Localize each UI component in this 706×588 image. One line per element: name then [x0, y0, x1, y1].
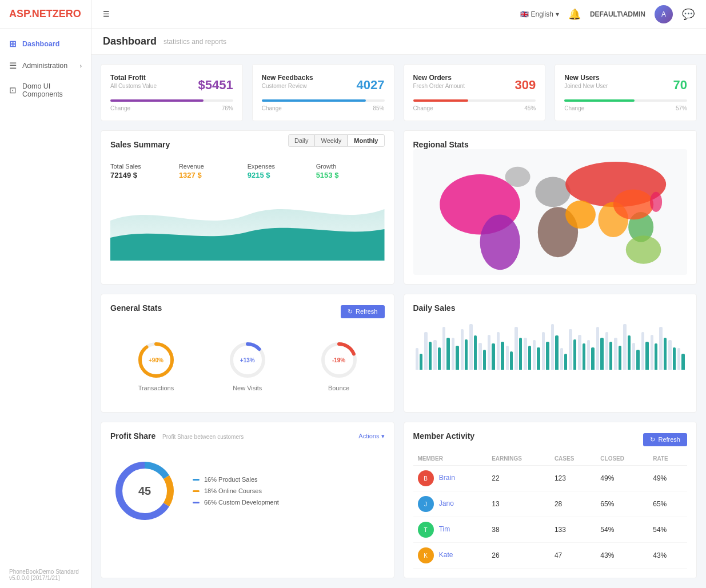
bar — [510, 351, 513, 370]
refresh-button[interactable]: ↻ Refresh — [341, 305, 385, 318]
change-pct: 76% — [222, 105, 233, 111]
bar — [551, 324, 554, 370]
tab-weekly[interactable]: Weekly — [314, 134, 348, 147]
metric-total-sales: Total Sales 72149 $ — [110, 163, 179, 179]
actions-label: Actions — [358, 433, 379, 439]
refresh-label: Refresh — [356, 308, 378, 315]
change-pct: 57% — [676, 105, 687, 111]
bar — [501, 342, 504, 370]
legend-custom-dev: 66% Custom Development — [193, 499, 279, 506]
earnings-cell: 26 — [487, 543, 550, 569]
avatar[interactable]: A — [655, 5, 673, 23]
profit-share-title: Profit Share — [110, 431, 155, 441]
bar — [506, 346, 509, 370]
bar-group — [596, 327, 604, 370]
member-avatar: T — [418, 522, 434, 538]
bar — [533, 340, 536, 370]
legend-color-dot — [193, 479, 200, 481]
sidebar-menu: ⊞ Dashboard ☰ Administration › ⊡ Domo UI… — [0, 29, 91, 104]
actions-dropdown[interactable]: Actions ▾ — [358, 433, 384, 440]
bar — [416, 348, 418, 370]
tab-monthly[interactable]: Monthly — [348, 134, 384, 147]
bar — [438, 347, 441, 370]
bar-group — [442, 327, 450, 370]
chat-icon[interactable]: 💬 — [682, 8, 695, 21]
svg-point-2 — [535, 177, 571, 207]
legend-product-sales: 16% Product Sales — [193, 476, 279, 483]
svg-point-10 — [505, 167, 530, 187]
member-cell: K Kate — [413, 543, 488, 569]
bar — [681, 354, 684, 370]
member-refresh-button[interactable]: ↻ Refresh — [643, 433, 687, 446]
bar-group — [651, 335, 658, 370]
domo-icon: ⊡ — [9, 85, 17, 95]
bar — [614, 338, 617, 370]
sidebar-item-administration[interactable]: ☰ Administration › — [0, 55, 91, 77]
refresh-icon: ↻ — [650, 436, 655, 443]
bar-group — [551, 324, 559, 370]
member-cell: B Brain — [413, 466, 488, 491]
dashboard-icon: ⊞ — [9, 39, 17, 49]
change-row: Change 57% — [564, 105, 687, 111]
bar — [542, 332, 545, 370]
language-selector[interactable]: 🇬🇧 English ▾ — [520, 10, 559, 18]
legend-color-dot — [193, 490, 200, 492]
stat-value: $5451 — [198, 78, 233, 93]
notification-bell[interactable]: 🔔 — [568, 8, 581, 21]
bar — [483, 350, 486, 370]
page-title: Dashboard — [103, 35, 157, 47]
sidebar-item-domo[interactable]: ⊡ Domo UI Components — [0, 77, 91, 104]
sales-summary-card: Sales Summary Daily Weekly Monthly Total… — [101, 130, 394, 285]
stat-card-new-feedbacks: New Feedbacks Customer Review 4027 Chang… — [252, 64, 394, 121]
bar — [474, 335, 477, 370]
bar — [564, 354, 567, 370]
hamburger-btn[interactable]: ☰ — [103, 10, 110, 18]
sidebar-item-label: Domo UI Components — [22, 82, 82, 98]
bar — [478, 343, 481, 370]
donut-ring-bounce: -19% — [319, 340, 359, 380]
refresh-label: Refresh — [658, 436, 680, 443]
metric-label: Total Sales — [110, 163, 179, 170]
progress-bar — [564, 99, 687, 102]
closed-cell: 54% — [596, 517, 648, 543]
chevron-down-icon: ▾ — [381, 433, 385, 439]
main-row-1: Sales Summary Daily Weekly Monthly Total… — [101, 130, 697, 285]
stat-card-total-profit: Total Frofit All Customs Value $5451 Cha… — [101, 64, 243, 121]
bar-group — [560, 348, 568, 370]
member-name-link[interactable]: Brain — [439, 474, 455, 482]
general-stats-title: General Stats — [110, 303, 162, 313]
bar — [591, 347, 594, 370]
table-row: B Brain 22 123 49% 49% — [413, 466, 688, 491]
donut-bounce: -19% Bounce — [319, 340, 359, 391]
tab-daily[interactable]: Daily — [288, 134, 314, 147]
member-name-link[interactable]: Kate — [439, 551, 453, 559]
member-name-link[interactable]: Jano — [439, 499, 454, 507]
logo-text-net: NET — [32, 8, 53, 19]
donut-value-newvisits: +13% — [240, 357, 255, 363]
bar — [456, 346, 458, 370]
bar — [528, 346, 531, 370]
change-label: Change — [262, 105, 282, 111]
bar — [537, 347, 540, 370]
bar-group — [569, 329, 576, 370]
bar — [596, 327, 599, 370]
page-content: Dashboard statistics and reports Total F… — [91, 29, 706, 588]
bar — [452, 338, 454, 370]
progress-bar — [262, 99, 385, 102]
flag-icon: 🇬🇧 — [520, 10, 529, 18]
change-label: Change — [564, 105, 584, 111]
footer-version: v5.0.0.0 [2017/1/21] — [9, 575, 82, 581]
bar — [583, 343, 585, 370]
sidebar-item-dashboard[interactable]: ⊞ Dashboard — [0, 33, 91, 55]
sales-chart — [110, 186, 385, 261]
profit-donut: 45 — [110, 457, 179, 525]
bar — [488, 335, 490, 370]
bar-group — [506, 346, 513, 370]
legend-label: 66% Custom Development — [204, 499, 279, 506]
member-name-link[interactable]: Tim — [439, 525, 450, 533]
logo-text-zero: ZERO — [53, 8, 81, 19]
bar — [560, 348, 563, 370]
profit-share-card: Profit Share Profit Share between custom… — [101, 422, 394, 578]
page-header: Dashboard statistics and reports — [91, 29, 706, 55]
main-content: ☰ 🇬🇧 English ▾ 🔔 DEFAULT\ADMIN A 💬 Dashb… — [91, 0, 706, 588]
